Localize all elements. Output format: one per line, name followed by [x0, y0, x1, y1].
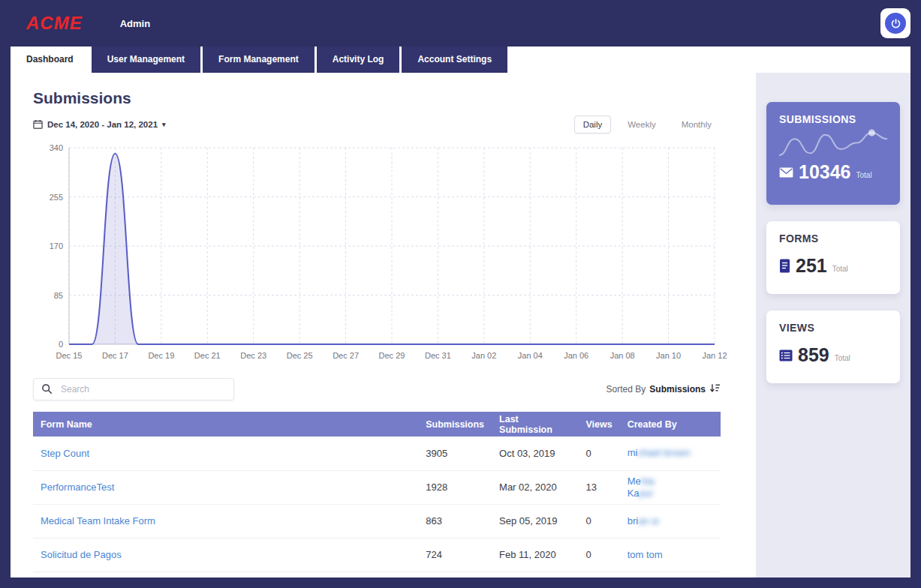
admin-window: ACME Admin DashboardUser ManagementForm …: [0, 0, 921, 588]
form-link[interactable]: Step Count: [41, 448, 89, 459]
range-daily[interactable]: Daily: [574, 116, 612, 134]
chart-controls: Dec 14, 2020 - Jan 12, 2021 ▾ DailyWeekl…: [33, 115, 721, 134]
svg-text:Jan 08: Jan 08: [610, 351, 635, 360]
svg-text:Dec 17: Dec 17: [102, 351, 128, 360]
svg-text:0: 0: [59, 340, 63, 349]
svg-text:Jan 02: Jan 02: [471, 351, 496, 360]
date-range-label: Dec 14, 2020 - Jan 12, 2021: [47, 120, 158, 129]
form-link[interactable]: Medical Team Intake Form: [41, 515, 155, 526]
submissions-cell: 1928: [418, 470, 492, 504]
sparkline-chart: [779, 128, 887, 159]
last-submission-cell: Feb 11, 2020: [492, 538, 578, 572]
main-panel: Submissions Dec 14, 2020 - Jan 12, 2021: [11, 73, 756, 578]
svg-text:Jan 06: Jan 06: [564, 351, 588, 360]
created-by-link[interactable]: brian w: [628, 515, 659, 526]
form-link[interactable]: Solicitud de Pagos: [41, 549, 122, 560]
submissions-chart: Dec 15Dec 17Dec 19Dec 21Dec 23Dec 25Dec …: [33, 140, 721, 365]
table-header-row: Form NameSubmissionsLast SubmissionViews…: [33, 412, 721, 436]
submissions-total-value: 10346: [799, 161, 851, 183]
last-submission-cell: Sep 05, 2019: [492, 504, 578, 538]
submissions-cell: 3905: [418, 436, 492, 470]
views-cell: 0: [578, 538, 619, 572]
date-range-picker[interactable]: Dec 14, 2020 - Jan 12, 2021 ▾: [33, 119, 166, 130]
views-total-label: Total: [835, 354, 850, 362]
tab-user-management[interactable]: User Management: [92, 46, 200, 73]
sorted-by-value: Submissions: [649, 384, 706, 394]
last-submission-cell: Oct 03, 2019: [492, 436, 578, 470]
app-title: Admin: [120, 18, 150, 29]
forms-total-label: Total: [832, 265, 848, 273]
submissions-cell: 863: [418, 504, 492, 538]
form-name-cell: Solicitud de Pagos: [33, 538, 418, 572]
logout-button[interactable]: [880, 8, 910, 38]
svg-text:Dec 27: Dec 27: [333, 351, 359, 360]
table-row: PerformanceTest1928Mar 02, 202013MehtaKa…: [33, 470, 721, 504]
tab-bar: DashboardUser ManagementForm ManagementA…: [11, 46, 910, 73]
tab-account-settings[interactable]: Account Settings: [402, 46, 507, 73]
created-by-cell: michael brown: [620, 436, 721, 470]
form-link[interactable]: PerformanceTest: [41, 482, 114, 493]
svg-text:Dec 23: Dec 23: [240, 351, 266, 360]
views-stat-card: VIEWS: [766, 310, 900, 383]
tab-activity-log[interactable]: Activity Log: [317, 46, 400, 73]
calendar-icon: [33, 119, 43, 130]
sorted-by-label: Sorted By: [606, 384, 646, 394]
column-header-views[interactable]: Views: [578, 412, 619, 436]
form-name-cell: Medical Team Intake Form: [33, 504, 418, 538]
submissions-cell: 724: [418, 538, 492, 572]
page-title: Submissions: [33, 89, 721, 107]
created-by-link[interactable]: michael brown: [628, 447, 691, 458]
views-cell: 13: [578, 470, 619, 504]
sort-amount-icon: [709, 383, 721, 395]
column-header-form-name[interactable]: Form Name: [33, 412, 418, 436]
svg-text:Dec 15: Dec 15: [56, 351, 83, 360]
svg-text:Dec 19: Dec 19: [148, 351, 174, 360]
range-weekly[interactable]: Weekly: [619, 116, 665, 134]
views-total-value: 859: [798, 344, 829, 366]
stats-sidebar: SUBMISSIONS 10346 Total: [756, 73, 910, 578]
tab-dashboard[interactable]: Dashboard: [11, 46, 89, 73]
svg-text:Jan 04: Jan 04: [518, 351, 543, 360]
svg-text:Dec 29: Dec 29: [379, 351, 405, 360]
created-by-link[interactable]: Mehta: [628, 476, 655, 487]
tab-form-management[interactable]: Form Management: [203, 46, 315, 73]
table-row: Medical Team Intake Form863Sep 05, 20190…: [33, 504, 721, 538]
submissions-total-label: Total: [856, 171, 872, 179]
forms-total-value: 251: [796, 255, 827, 277]
range-toggle: DailyWeeklyMonthly: [574, 116, 721, 134]
svg-text:Dec 31: Dec 31: [425, 351, 451, 360]
topbar: ACME Admin: [0, 0, 921, 46]
svg-text:Jan 10: Jan 10: [656, 351, 681, 360]
range-monthly[interactable]: Monthly: [673, 116, 721, 134]
power-icon: [885, 13, 906, 34]
caret-down-icon: ▾: [162, 121, 166, 128]
search-input[interactable]: [33, 378, 234, 400]
created-by-cell: brian w: [620, 504, 721, 538]
column-header-submissions[interactable]: Submissions: [418, 412, 492, 436]
mail-icon: [779, 167, 793, 178]
svg-text:340: 340: [50, 143, 63, 152]
forms-card-title: FORMS: [779, 232, 887, 244]
views-cell: 0: [578, 504, 619, 538]
acme-logo: ACME: [26, 13, 83, 34]
svg-text:Jan 12: Jan 12: [702, 351, 727, 360]
inner-window: DashboardUser ManagementForm ManagementA…: [11, 46, 910, 578]
created-by-cell: tom tom: [620, 538, 721, 572]
form-name-cell: Step Count: [33, 436, 418, 470]
created-by-link[interactable]: Kapur: [628, 488, 654, 499]
sort-control[interactable]: Sorted By Submissions: [606, 383, 721, 395]
last-submission-cell: Mar 02, 2020: [492, 470, 578, 504]
views-cell: 0: [578, 436, 619, 470]
svg-text:Dec 21: Dec 21: [194, 351, 221, 360]
svg-text:Dec 25: Dec 25: [287, 351, 313, 360]
forms-table: Form NameSubmissionsLast SubmissionViews…: [33, 412, 721, 572]
table-toolbar: Sorted By Submissions: [33, 377, 721, 401]
search-box: [33, 378, 234, 400]
created-by-link[interactable]: tom tom: [628, 549, 663, 560]
table-body: Step Count3905Oct 03, 20190michael brown…: [33, 436, 721, 572]
table-row: Step Count3905Oct 03, 20190michael brown: [33, 436, 721, 470]
document-icon: [779, 259, 790, 273]
column-header-last-submission[interactable]: Last Submission: [492, 412, 578, 436]
column-header-created-by[interactable]: Created By: [620, 412, 721, 436]
svg-text:170: 170: [50, 242, 63, 250]
